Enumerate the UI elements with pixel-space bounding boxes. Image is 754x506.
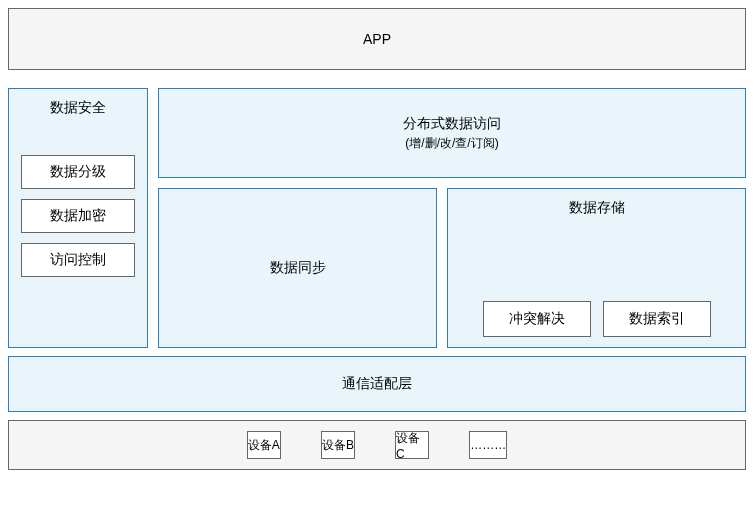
data-storage-title: 数据存储 (458, 199, 735, 217)
storage-item-label: 冲突解决 (509, 310, 565, 328)
communication-layer-box: 通信适配层 (8, 356, 746, 412)
data-security-title: 数据安全 (21, 99, 135, 117)
right-column: 分布式数据访问 (增/删/改/查/订阅) 数据同步 数据存储 冲突解决 数据索引 (158, 88, 746, 348)
distributed-data-access-box: 分布式数据访问 (增/删/改/查/订阅) (158, 88, 746, 178)
devices-layer-box: 设备A 设备B 设备C ……… (8, 420, 746, 470)
sync-storage-row: 数据同步 数据存储 冲突解决 数据索引 (158, 188, 746, 348)
distributed-access-title: 分布式数据访问 (403, 115, 501, 133)
device-b: 设备B (321, 431, 355, 459)
data-security-box: 数据安全 数据分级 数据加密 访问控制 (8, 88, 148, 348)
distributed-access-subtitle: (增/删/改/查/订阅) (405, 135, 498, 152)
data-sync-label: 数据同步 (270, 259, 326, 277)
storage-item-label: 数据索引 (629, 310, 685, 328)
storage-item-conflict: 冲突解决 (483, 301, 591, 337)
communication-layer-label: 通信适配层 (342, 375, 412, 393)
security-item-label: 数据分级 (50, 163, 106, 181)
device-label: 设备C (396, 430, 428, 461)
middle-section: 数据安全 数据分级 数据加密 访问控制 分布式数据访问 (增/删/改/查/订阅)… (8, 88, 746, 348)
security-item-encryption: 数据加密 (21, 199, 135, 233)
data-storage-box: 数据存储 冲突解决 数据索引 (447, 188, 746, 348)
data-storage-items: 冲突解决 数据索引 (458, 301, 735, 337)
device-label: ……… (470, 438, 506, 452)
device-label: 设备B (322, 437, 354, 454)
device-label: 设备A (248, 437, 280, 454)
data-sync-box: 数据同步 (158, 188, 437, 348)
app-layer-box: APP (8, 8, 746, 70)
security-item-label: 访问控制 (50, 251, 106, 269)
device-c: 设备C (395, 431, 429, 459)
storage-item-index: 数据索引 (603, 301, 711, 337)
device-more: ……… (469, 431, 507, 459)
device-a: 设备A (247, 431, 281, 459)
data-security-items: 数据分级 数据加密 访问控制 (21, 155, 135, 277)
devices-row: 设备A 设备B 设备C ……… (247, 431, 508, 459)
security-item-label: 数据加密 (50, 207, 106, 225)
security-item-classification: 数据分级 (21, 155, 135, 189)
app-title: APP (363, 31, 391, 47)
security-item-access-control: 访问控制 (21, 243, 135, 277)
